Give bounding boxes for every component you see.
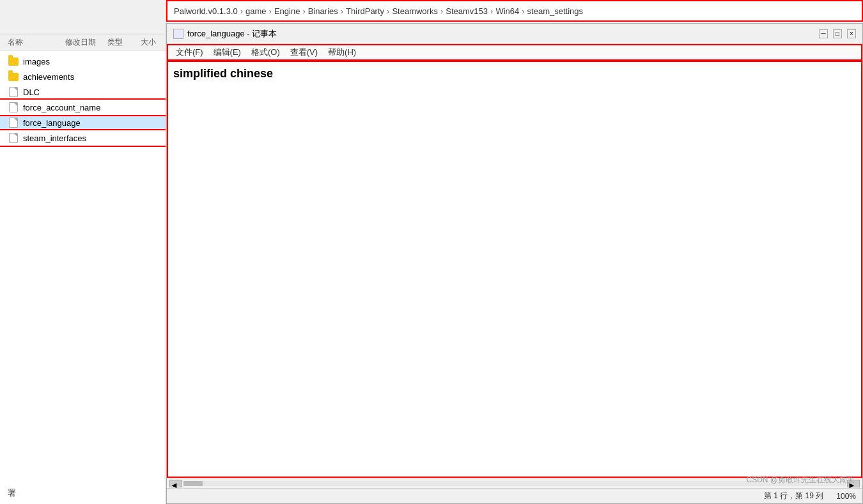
path-segment-6[interactable]: Steamv153 (446, 6, 488, 16)
path-segment-1[interactable]: game (245, 6, 267, 16)
path-separator-4: › (387, 6, 389, 16)
path-segment-3[interactable]: Binaries (308, 6, 338, 16)
file-name-force-account-name: force_account_name (23, 103, 100, 112)
menu-file[interactable]: 文件(F) (171, 45, 208, 59)
path-segment-0[interactable]: Palworld.v0.1.3.0 (174, 6, 238, 16)
address-bar[interactable]: Palworld.v0.1.3.0 › game › Engine › Bina… (166, 0, 863, 22)
notepad-titlebar: force_language - 记事本 ─ □ × (167, 24, 862, 44)
path-separator-6: › (490, 6, 493, 16)
path-segment-5[interactable]: Steamworks (392, 6, 438, 16)
file-name-force-language: force_language (23, 118, 81, 128)
path-separator-7: › (522, 6, 524, 16)
menu-format[interactable]: 格式(O) (246, 45, 285, 59)
maximize-button[interactable]: □ (833, 29, 842, 38)
path-segment-4[interactable]: ThirdParty (346, 6, 384, 16)
file-icon-dlc (8, 86, 19, 98)
scrollbar-thumb[interactable] (183, 481, 203, 486)
path-separator-3: › (341, 6, 343, 16)
path-separator-2: › (302, 6, 305, 16)
col-modified-header: 修改日期 (65, 37, 107, 48)
col-size-header: 大小 (141, 37, 166, 48)
notepad-icon (173, 29, 183, 39)
file-name-achievements: achievements (23, 72, 74, 82)
bottom-left-label: 署 (0, 482, 166, 504)
path-separator-0: › (240, 6, 243, 16)
explorer-top-area (0, 0, 166, 35)
file-icon-force-language (8, 117, 19, 128)
file-explorer: 名称 修改日期 类型 大小 images achievements DLC (0, 0, 166, 504)
folder-icon (8, 56, 19, 67)
file-item-dlc[interactable]: DLC (0, 84, 166, 100)
window-controls: ─ □ × (819, 29, 856, 38)
notepad-menubar: 文件(F) 编辑(E) 格式(O) 查看(V) 帮助(H) (167, 44, 862, 61)
file-name-images: images (23, 57, 50, 66)
file-item-force-account-name[interactable]: force_account_name (0, 100, 166, 115)
file-item-force-language[interactable]: force_language (0, 115, 166, 130)
file-list: images achievements DLC force_account_na… (0, 50, 166, 482)
zoom-level: 100% (836, 492, 856, 501)
menu-edit[interactable]: 编辑(E) (208, 45, 246, 59)
notepad-statusbar: 第 1 行，第 19 列 100% (167, 488, 862, 503)
menu-view[interactable]: 查看(V) (285, 45, 323, 59)
minimize-button[interactable]: ─ (819, 29, 828, 38)
path-segment-7[interactable]: Win64 (495, 6, 519, 16)
notepad-window: force_language - 记事本 ─ □ × 文件(F) 编辑(E) 格… (166, 23, 863, 504)
cursor-position: 第 1 行，第 19 列 (764, 491, 823, 501)
menu-help[interactable]: 帮助(H) (323, 45, 361, 59)
column-headers: 名称 修改日期 类型 大小 (0, 35, 166, 50)
right-panel: Palworld.v0.1.3.0 › game › Engine › Bina… (166, 0, 863, 504)
path-segment-2[interactable]: Engine (274, 6, 300, 16)
notepad-content-text: simplified chinese (173, 67, 273, 80)
folder-icon-achievements (8, 71, 19, 82)
path-segment-8[interactable]: steam_settings (527, 6, 583, 16)
file-name-dlc: DLC (23, 88, 40, 97)
file-icon-steam-interfaces (8, 132, 19, 144)
file-item-images[interactable]: images (0, 54, 166, 69)
file-icon-force-account-name (8, 102, 19, 113)
notepad-content-area[interactable]: simplified chinese (167, 61, 862, 478)
watermark: CSDN @勇敢许先生在线大闯关 (746, 475, 855, 485)
file-item-steam-interfaces[interactable]: steam_interfaces (0, 130, 166, 146)
col-type-header: 类型 (107, 37, 141, 48)
scrollbar-left-btn[interactable]: ◄ (169, 480, 182, 487)
close-button[interactable]: × (847, 29, 856, 38)
file-name-steam-interfaces: steam_interfaces (23, 134, 86, 143)
col-name-header: 名称 (0, 37, 65, 48)
file-item-achievements[interactable]: achievements (0, 69, 166, 84)
notepad-title: force_language - 记事本 (187, 28, 277, 40)
path-separator-5: › (440, 6, 443, 16)
path-separator-1: › (269, 6, 272, 16)
